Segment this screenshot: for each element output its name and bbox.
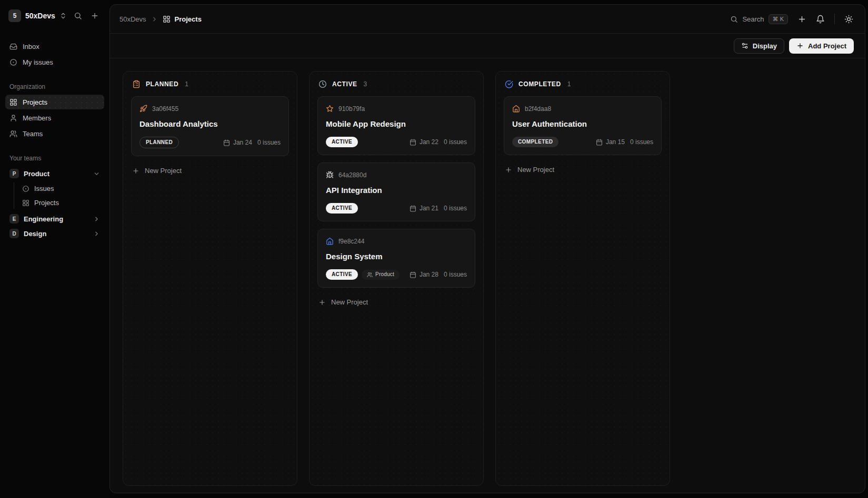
status-badge: ACTIVE (326, 203, 358, 214)
board-column-active: ACTIVE3910b79faMobile App RedesignACTIVE… (309, 71, 484, 486)
sun-icon[interactable] (844, 15, 853, 24)
sidebar-item-inbox[interactable]: Inbox (5, 39, 104, 54)
home-icon (326, 237, 334, 245)
section-title-your-teams: Your teams (5, 155, 104, 162)
display-button-label: Display (753, 42, 777, 50)
new-project-label: New Project (517, 166, 554, 174)
bell-icon[interactable] (816, 15, 825, 24)
add-project-button[interactable]: Add Project (789, 38, 854, 54)
project-card[interactable]: 910b79faMobile App RedesignACTIVEJan 220… (317, 96, 475, 155)
sidebar-nav: Inbox My issues (5, 39, 104, 69)
check-circle-icon (505, 80, 513, 88)
sidebar-item-my-issues[interactable]: My issues (5, 55, 104, 69)
new-project-button[interactable]: New Project (131, 164, 289, 178)
settings-sliders-icon (741, 42, 749, 49)
column-name: ACTIVE (332, 80, 357, 88)
inbox-icon (9, 43, 17, 50)
workspace-name: 50xDevs (25, 12, 55, 20)
card-meta: Jan 150 issues (596, 138, 653, 146)
issue-count: 0 issues (257, 139, 281, 146)
chevron-right-icon (151, 16, 158, 23)
circle-dot-icon (9, 58, 17, 66)
sidebar-item-label: Teams (23, 130, 43, 138)
sidebar-subitem-label: Projects (34, 199, 59, 207)
circle-dot-icon (22, 185, 29, 192)
project-title: User Authentication (512, 119, 653, 128)
new-project-label: New Project (331, 298, 368, 306)
grid-icon (22, 199, 29, 207)
global-search[interactable]: Search ⌘ K (730, 14, 788, 24)
calendar-icon (410, 271, 416, 278)
calendar-icon (596, 139, 603, 146)
project-id: 64a2880d (338, 171, 366, 179)
header-actions: Search ⌘ K (730, 14, 853, 24)
plus-icon (318, 299, 326, 306)
project-card[interactable]: f9e8c244Design SystemACTIVEProductJan 28… (317, 229, 475, 288)
board-column-completed: COMPLETED1b2f4daa8User AuthenticationCOM… (495, 71, 670, 486)
issue-count: 0 issues (630, 138, 653, 146)
team-item-product[interactable]: P Product (5, 166, 104, 181)
new-project-button[interactable]: New Project (504, 162, 662, 177)
workspace-logo: 5 (8, 9, 21, 22)
chevron-right-icon[interactable] (93, 230, 100, 237)
team-item-engineering[interactable]: E Engineering (5, 211, 104, 226)
status-badge: COMPLETED (512, 137, 558, 147)
bug-icon (326, 171, 334, 179)
users-icon (367, 272, 373, 278)
section-title-organization: Organization (5, 83, 104, 90)
column-name: PLANNED (146, 80, 178, 88)
breadcrumb: 50xDevs Projects (119, 15, 202, 23)
kanban-board: PLANNED13a06f455Dashboard AnalyticsPLANN… (110, 59, 865, 493)
project-card[interactable]: 64a2880dAPI IntegrationACTIVEJan 210 iss… (317, 162, 475, 221)
target-date: Jan 22 (420, 138, 438, 146)
project-card[interactable]: b2f4daa8User AuthenticationCOMPLETEDJan … (504, 96, 662, 155)
workspace-switcher[interactable]: 5 50xDevs (5, 8, 104, 23)
project-title: Mobile App Redesign (326, 119, 467, 128)
chevrons-up-down-icon[interactable] (59, 12, 67, 19)
teams-nav: P Product Issues Projects E Engineeri (5, 166, 104, 241)
sidebar-subitem-projects[interactable]: Projects (5, 196, 104, 210)
card-meta: Jan 280 issues (410, 271, 467, 278)
plus-icon[interactable] (797, 15, 806, 24)
plus-icon (132, 167, 139, 175)
search-icon[interactable] (74, 12, 82, 20)
calendar-icon (410, 205, 416, 212)
column-header: ACTIVE3 (317, 80, 475, 88)
clipboard-icon (132, 80, 141, 88)
team-item-design[interactable]: D Design (5, 226, 104, 241)
target-date: Jan 15 (606, 138, 625, 146)
display-button[interactable]: Display (734, 38, 784, 54)
calendar-icon (410, 139, 416, 146)
project-id: 3a06f455 (152, 105, 178, 113)
users-icon (9, 130, 17, 138)
status-badge: PLANNED (139, 137, 179, 148)
chevron-right-icon[interactable] (93, 216, 100, 222)
status-badge: ACTIVE (326, 137, 358, 147)
board-toolbar: Display Add Project (110, 34, 865, 58)
sidebar-subitem-issues[interactable]: Issues (5, 181, 104, 196)
issue-count: 0 issues (444, 205, 467, 212)
breadcrumb-workspace[interactable]: 50xDevs (119, 15, 146, 23)
chevron-down-icon[interactable] (93, 170, 100, 177)
star-icon (326, 105, 334, 113)
new-project-button[interactable]: New Project (317, 295, 475, 309)
project-id: b2f4daa8 (525, 105, 551, 113)
sidebar-item-teams[interactable]: Teams (5, 126, 104, 141)
plus-icon[interactable] (91, 12, 99, 20)
project-title: Design System (326, 252, 467, 261)
project-card[interactable]: 3a06f455Dashboard AnalyticsPLANNEDJan 24… (131, 96, 289, 156)
grid-icon (163, 15, 171, 23)
team-name: Design (24, 230, 46, 238)
sidebar-item-projects[interactable]: Projects (5, 95, 104, 109)
project-title: API Integration (326, 186, 467, 195)
column-count: 1 (567, 80, 571, 88)
target-date: Jan 21 (420, 205, 438, 212)
plus-icon (505, 166, 512, 174)
home-icon (512, 105, 520, 113)
sidebar-item-members[interactable]: Members (5, 110, 104, 125)
sidebar: 5 50xDevs Inbox My issues Organi (0, 0, 109, 498)
project-id: f9e8c244 (338, 238, 364, 245)
organization-nav: Projects Members Teams (5, 95, 104, 141)
grid-icon (9, 98, 17, 106)
breadcrumb-current-label: Projects (175, 15, 202, 23)
